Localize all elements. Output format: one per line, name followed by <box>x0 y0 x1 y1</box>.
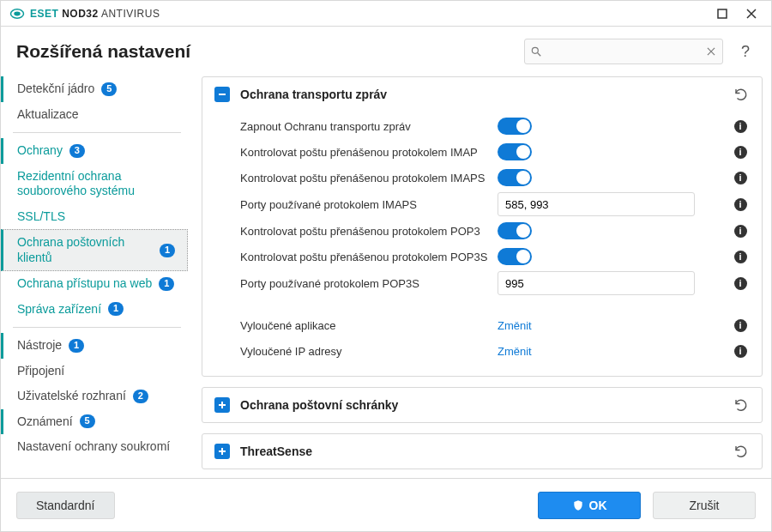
setting-label: Vyloučené aplikace <box>214 319 498 332</box>
panel-header[interactable]: Ochrana poštovní schránky <box>202 388 762 422</box>
clear-search-icon[interactable] <box>705 45 717 57</box>
app-title: ESET NOD32 ANTIVIRUS <box>30 8 160 20</box>
info-icon[interactable]: i <box>734 225 747 238</box>
svg-point-3 <box>532 47 538 53</box>
toggle-switch[interactable] <box>498 248 532 265</box>
toggle-switch[interactable] <box>498 118 532 135</box>
info-cell: i <box>731 345 750 358</box>
eset-logo-icon <box>9 6 25 21</box>
info-icon[interactable]: i <box>734 198 747 211</box>
edit-link[interactable]: Změnit <box>498 345 532 358</box>
info-cell: i <box>731 198 750 211</box>
sidebar-item[interactable]: SSL/TLS <box>1 204 193 230</box>
info-cell: i <box>731 172 750 184</box>
setting-row: Kontrolovat poštu přenášenou protokolem … <box>214 244 750 269</box>
sidebar-item[interactable]: Aktualizace <box>1 102 193 128</box>
info-icon[interactable]: i <box>734 277 747 290</box>
sidebar-badge: 5 <box>80 414 95 428</box>
toggle-switch[interactable] <box>498 169 532 186</box>
panel-header[interactable]: Ochrana transportu zpráv <box>202 77 762 112</box>
search-input[interactable] <box>542 45 705 58</box>
search-icon <box>530 45 542 57</box>
sidebar-item[interactable]: Správa zařízení1 <box>1 297 193 323</box>
search-box[interactable] <box>524 39 723 64</box>
setting-control: Změnit <box>498 345 731 358</box>
text-input[interactable] <box>498 271 695 295</box>
info-cell: i <box>731 319 750 332</box>
info-icon[interactable]: i <box>734 251 747 263</box>
setting-label: Porty používané protokolem IMAPS <box>214 198 498 211</box>
sidebar-item[interactable]: Uživatelské rozhraní2 <box>1 384 193 409</box>
panel-threatsense: ThreatSense <box>202 433 763 469</box>
revert-button[interactable] <box>733 86 750 103</box>
revert-button[interactable] <box>733 443 750 460</box>
close-icon <box>746 9 757 19</box>
maximize-icon <box>717 9 727 19</box>
app-logo: ESET NOD32 ANTIVIRUS <box>9 6 160 21</box>
sidebar: Detekční jádro5AktualizaceOchrany3Rezide… <box>1 73 193 478</box>
help-button[interactable]: ? <box>735 41 756 62</box>
panel-title: Ochrana poštovní schránky <box>240 398 722 412</box>
collapse-icon[interactable] <box>214 87 230 102</box>
toggle-switch[interactable] <box>498 143 532 160</box>
info-icon[interactable]: i <box>734 345 747 358</box>
setting-row: Vyloučené aplikaceZměniti <box>214 312 750 338</box>
panel-title: Ochrana transportu zpráv <box>240 88 722 101</box>
footer: Standardní OK Zrušit <box>1 478 771 531</box>
titlebar: ESET NOD32 ANTIVIRUS <box>1 1 771 27</box>
setting-control <box>498 271 731 295</box>
sidebar-item[interactable]: Detekční jádro5 <box>1 76 193 102</box>
setting-control <box>498 143 731 160</box>
info-cell: i <box>731 251 750 263</box>
sidebar-item-label: Připojení <box>17 364 64 379</box>
info-icon[interactable]: i <box>734 172 747 184</box>
sidebar-item-label: Ochrany <box>17 143 63 159</box>
sidebar-item-label: SSL/TLS <box>17 209 65 225</box>
setting-label: Porty používané protokolem POP3S <box>214 277 498 290</box>
sidebar-item[interactable]: Ochrany3 <box>1 138 193 164</box>
brand-product: NOD32 <box>62 8 99 20</box>
info-cell: i <box>731 225 750 238</box>
toggle-switch[interactable] <box>498 222 532 239</box>
sidebar-item[interactable]: Ochrana přístupu na web1 <box>1 271 193 297</box>
sidebar-item[interactable]: Ochrana poštovních klientů1 <box>1 229 188 271</box>
setting-row: Kontrolovat poštu přenášenou protokolem … <box>214 165 750 190</box>
setting-row: Porty používané protokolem IMAPSi <box>214 190 750 218</box>
setting-control <box>498 222 731 239</box>
cancel-button[interactable]: Zrušit <box>653 492 756 519</box>
window-close-button[interactable] <box>737 2 766 26</box>
panel-header[interactable]: ThreatSense <box>202 434 762 469</box>
sidebar-badge: 2 <box>133 390 148 403</box>
ok-button[interactable]: OK <box>538 492 641 519</box>
setting-label: Kontrolovat poštu přenášenou protokolem … <box>214 225 498 238</box>
sidebar-item[interactable]: Nástroje1 <box>1 333 193 359</box>
sidebar-item[interactable]: Připojení <box>1 359 193 384</box>
setting-label: Vyloučené IP adresy <box>214 345 498 358</box>
panel-body: Zapnout Ochranu transportu zpráviKontrol… <box>202 112 762 376</box>
sidebar-item[interactable]: Oznámení5 <box>1 409 193 435</box>
sidebar-item[interactable]: Rezidentní ochrana souborového systému <box>1 164 193 204</box>
info-icon[interactable]: i <box>734 120 747 133</box>
sidebar-item[interactable]: Nastavení ochrany soukromí <box>1 434 193 460</box>
info-icon[interactable]: i <box>734 319 747 332</box>
info-icon[interactable]: i <box>734 146 747 159</box>
expand-icon[interactable] <box>214 444 230 459</box>
setting-row: Porty používané protokolem POP3Si <box>214 269 750 297</box>
expand-icon[interactable] <box>214 397 230 413</box>
sidebar-badge: 1 <box>160 244 175 257</box>
panel-title: ThreatSense <box>240 444 722 458</box>
edit-link[interactable]: Změnit <box>498 319 532 332</box>
sidebar-item-label: Uživatelské rozhraní <box>17 389 126 404</box>
text-input[interactable] <box>498 192 695 216</box>
setting-row: Kontrolovat poštu přenášenou protokolem … <box>214 139 750 165</box>
setting-control: Změnit <box>498 319 731 332</box>
defaults-button[interactable]: Standardní <box>16 492 115 519</box>
main-body: Detekční jádro5AktualizaceOchrany3Rezide… <box>1 73 771 478</box>
sidebar-badge: 1 <box>69 339 84 353</box>
info-cell: i <box>731 146 750 159</box>
brand-eset: ESET <box>30 8 58 20</box>
setting-control <box>498 248 731 265</box>
info-cell: i <box>731 277 750 290</box>
window-maximize-button[interactable] <box>708 2 737 26</box>
revert-button[interactable] <box>733 396 750 414</box>
